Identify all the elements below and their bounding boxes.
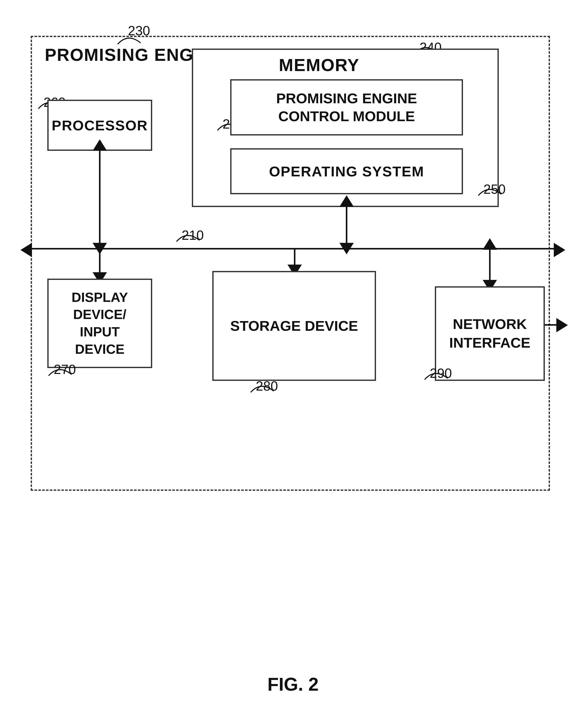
pecm-label: PROMISING ENGINECONTROL MODULE xyxy=(276,89,417,125)
display-box: DISPLAYDEVICE/INPUTDEVICE xyxy=(47,279,152,368)
curve-280 xyxy=(246,378,279,394)
os-label: OPERATING SYSTEM xyxy=(269,163,424,180)
arrow-bus-left xyxy=(21,243,32,257)
proc-to-bus-line xyxy=(99,151,100,248)
mem-to-bus-line xyxy=(346,207,347,248)
processor-label: PROCESSOR xyxy=(52,117,148,134)
storage-label: STORAGE DEVICE xyxy=(230,317,358,335)
storage-box: STORAGE DEVICE xyxy=(212,271,376,381)
arrow-network-up xyxy=(483,238,497,250)
arrow-proc-up xyxy=(93,139,107,151)
curve-210 xyxy=(171,228,204,243)
pecm-box: PROMISING ENGINECONTROL MODULE xyxy=(230,79,463,135)
arrow-mem-down xyxy=(339,243,354,254)
display-label: DISPLAYDEVICE/INPUTDEVICE xyxy=(72,289,128,358)
curve-250 xyxy=(473,181,507,197)
page-container: 230 PROMISING ENGINE 240 MEMORY 220 PROM… xyxy=(0,0,586,728)
curve-270 xyxy=(44,362,77,377)
figure-label: FIG. 2 xyxy=(267,674,318,695)
arrow-bus-right xyxy=(554,243,565,257)
arrow-mem-up xyxy=(339,195,354,207)
os-box: OPERATING SYSTEM xyxy=(230,148,463,194)
arrow-network-right xyxy=(556,318,568,332)
memory-label: MEMORY xyxy=(279,55,359,75)
curve-290 xyxy=(419,366,453,381)
network-label: NETWORKINTERFACE xyxy=(449,315,530,352)
